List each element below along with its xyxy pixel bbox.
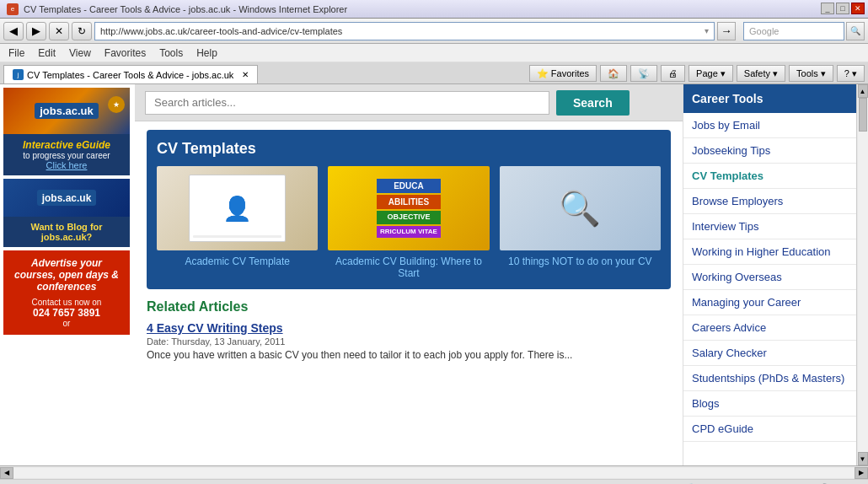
- ct-item-blogs[interactable]: Blogs: [683, 391, 856, 417]
- cv-card-3-image: 🔍: [500, 166, 661, 250]
- browser-search-button[interactable]: 🔍: [846, 22, 865, 40]
- scroll-left-button[interactable]: ◀: [0, 467, 13, 479]
- cv-card-1-image: 👤: [157, 166, 318, 250]
- ad3-cta: Contact us now on: [10, 298, 123, 307]
- advertisement-2[interactable]: jobs.ac.uk Want to Blog for jobs.ac.uk?: [3, 179, 130, 247]
- browser-tab[interactable]: j CV Templates - Career Tools & Advice -…: [3, 65, 258, 83]
- menu-file[interactable]: File: [2, 44, 31, 62]
- horizontal-scrollbar[interactable]: ◀ ▶: [0, 465, 868, 479]
- cv-card-3-title: 10 things NOT to do on your CV: [508, 255, 652, 267]
- address-bar[interactable]: http://www.jobs.ac.uk/career-tools-and-a…: [94, 22, 715, 40]
- browser-title: CV Templates - Career Tools & Advice - j…: [24, 4, 347, 14]
- search-input[interactable]: [145, 91, 549, 115]
- search-button[interactable]: Search: [556, 90, 630, 116]
- ct-item-studentships[interactable]: Studentships (PhDs & Masters): [683, 366, 856, 391]
- tab-favicon: j: [13, 69, 24, 80]
- cv-person-icon: 👤: [222, 195, 252, 223]
- stop-button[interactable]: ✕: [49, 22, 69, 40]
- ct-item-interview-tips[interactable]: Interview Tips: [683, 214, 856, 239]
- ad3-phone: 024 7657 3891: [10, 307, 123, 319]
- cv-card-2-image: EDUCA ABILITIES OBJECTIVE RRICULUM VITAE: [328, 166, 489, 250]
- cv-card-1[interactable]: 👤 Academic CV Template: [157, 166, 318, 279]
- article-title-0[interactable]: 4 Easy CV Writing Steps: [147, 321, 283, 335]
- ct-item-working-overseas[interactable]: Working Overseas: [683, 265, 856, 290]
- page-toolbar-btn[interactable]: Page ▾: [689, 65, 733, 82]
- ad1-logo: jobs.ac.uk: [40, 105, 94, 117]
- advertisement-3[interactable]: Advertise your courses, open days & conf…: [3, 250, 130, 335]
- address-go-button[interactable]: →: [717, 22, 736, 40]
- cv-card-3[interactable]: 🔍 10 things NOT to do on your CV: [500, 166, 661, 279]
- main-content: Search CV Templates 👤 Acade: [135, 84, 683, 465]
- right-sidebar: Career Tools Jobs by Email Jobseeking Ti…: [683, 84, 868, 465]
- menu-view[interactable]: View: [62, 44, 98, 62]
- browser-search-input[interactable]: Google: [743, 22, 844, 40]
- help-toolbar-btn[interactable]: ? ▾: [837, 65, 865, 82]
- ad2-tagline: Want to Blog for jobs.ac.uk?: [8, 222, 125, 242]
- ad1-link[interactable]: Click here: [8, 160, 125, 170]
- scroll-thumb[interactable]: [859, 98, 867, 132]
- menu-help[interactable]: Help: [190, 44, 224, 62]
- ad1-badge: ★: [108, 96, 125, 113]
- cv-card-1-title: Academic CV Template: [185, 255, 290, 267]
- magnifier-icon: 🔍: [559, 189, 601, 229]
- h-scroll-track: [13, 468, 855, 478]
- related-articles-title: Related Articles: [147, 299, 671, 315]
- safety-toolbar-btn[interactable]: Safety ▾: [737, 65, 785, 82]
- ad3-text: Advertise your courses, open days & conf…: [10, 257, 123, 293]
- ad1-image: jobs.ac.uk ★: [3, 88, 130, 134]
- ct-item-careers-advice[interactable]: Careers Advice: [683, 315, 856, 341]
- cv-templates-title: CV Templates: [157, 140, 661, 158]
- cv-card-2-title: Academic CV Building: Where to Start: [328, 255, 489, 279]
- favorites-toolbar-btn[interactable]: ⭐ Favorites: [529, 65, 597, 82]
- cv-cards-row: 👤 Academic CV Template EDUCA ABILITIES: [157, 166, 661, 279]
- ct-item-jobseeking-tips[interactable]: Jobseeking Tips: [683, 138, 856, 164]
- ie-icon: e: [7, 3, 19, 15]
- menu-edit[interactable]: Edit: [31, 44, 62, 62]
- close-button[interactable]: ✕: [851, 3, 865, 14]
- ad1-subtext: to progress your career: [8, 151, 125, 160]
- tools-toolbar-btn[interactable]: Tools ▾: [789, 65, 833, 82]
- maximize-button[interactable]: □: [836, 3, 849, 14]
- back-button[interactable]: ◀: [3, 22, 24, 40]
- minimize-button[interactable]: _: [821, 3, 834, 14]
- ct-item-jobs-by-email[interactable]: Jobs by Email: [683, 113, 856, 138]
- refresh-button[interactable]: ↻: [72, 22, 92, 40]
- ad2-logo: jobs.ac.uk: [42, 192, 92, 204]
- content-area: CV Templates 👤 Academic CV Template: [135, 121, 683, 369]
- article-excerpt-0: Once you have written a basic CV you the…: [147, 349, 671, 361]
- cv-card-2[interactable]: EDUCA ABILITIES OBJECTIVE RRICULUM VITAE…: [328, 166, 489, 279]
- career-tools-header: Career Tools: [683, 84, 856, 113]
- tab-label: CV Templates - Career Tools & Advice - j…: [27, 70, 233, 80]
- forward-button[interactable]: ▶: [26, 22, 46, 40]
- ad1-tagline: Interactive eGuide: [8, 139, 125, 151]
- address-text: http://www.jobs.ac.uk/career-tools-and-a…: [100, 26, 342, 36]
- menu-tools[interactable]: Tools: [153, 44, 190, 62]
- scrollbar[interactable]: ▲ ▼: [856, 84, 868, 465]
- ct-item-salary-checker[interactable]: Salary Checker: [683, 341, 856, 366]
- scroll-up-button[interactable]: ▲: [858, 84, 868, 98]
- article-date-0: Date: Thursday, 13 January, 2011: [147, 336, 671, 347]
- ad3-suffix: or: [10, 319, 123, 328]
- cv-templates-section: CV Templates 👤 Academic CV Template: [147, 130, 671, 289]
- ct-item-cpd-eguide[interactable]: CPD eGuide: [683, 417, 856, 442]
- tab-close-icon[interactable]: ✕: [242, 70, 249, 79]
- google-label: Google: [749, 26, 779, 36]
- print-toolbar-btn[interactable]: 🖨: [661, 65, 685, 82]
- related-articles-section: Related Articles 4 Easy CV Writing Steps…: [147, 299, 671, 361]
- home-toolbar-btn[interactable]: 🏠: [600, 65, 627, 82]
- ct-item-working-higher-ed[interactable]: Working in Higher Education: [683, 239, 856, 265]
- scroll-right-button[interactable]: ▶: [855, 467, 868, 479]
- scroll-track: [858, 98, 868, 452]
- ct-item-cv-templates[interactable]: CV Templates: [683, 164, 856, 189]
- scroll-down-button[interactable]: ▼: [858, 452, 868, 465]
- career-tools-list: Jobs by Email Jobseeking Tips CV Templat…: [683, 113, 856, 442]
- ct-item-managing-career[interactable]: Managing your Career: [683, 290, 856, 315]
- ad2-image: jobs.ac.uk: [3, 179, 130, 217]
- status-bar: 🔒 Internet | Protected Mode: Off 🔍 100% …: [0, 479, 868, 484]
- menu-favorites[interactable]: Favorites: [98, 44, 153, 62]
- left-sidebar: jobs.ac.uk ★ Interactive eGuide to progr…: [0, 84, 135, 465]
- ct-item-browse-employers[interactable]: Browse Employers: [683, 189, 856, 214]
- rss-toolbar-btn[interactable]: 📡: [630, 65, 657, 82]
- advertisement-1[interactable]: jobs.ac.uk ★ Interactive eGuide to progr…: [3, 88, 130, 175]
- article-item-0: 4 Easy CV Writing Steps Date: Thursday, …: [147, 321, 671, 361]
